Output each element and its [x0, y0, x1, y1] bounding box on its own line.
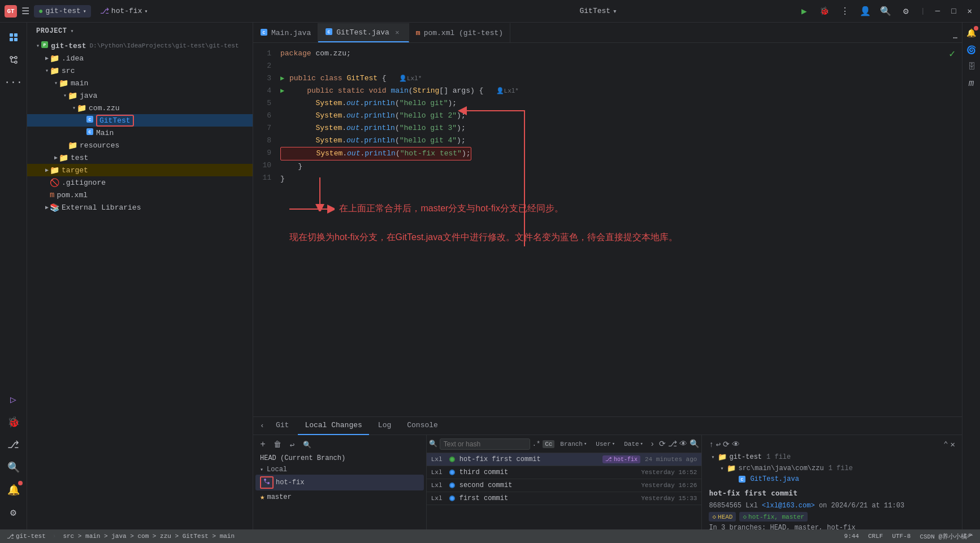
panel-revert-button[interactable]: ↩ [286, 438, 298, 451]
panel-delete-button[interactable]: 🗑 [271, 438, 284, 451]
activity-notifications-icon[interactable]: 🔔 [3, 480, 24, 500]
run-icon-4[interactable]: ▶ [280, 85, 287, 97]
panel-tab-console[interactable]: Console [400, 417, 445, 435]
annotation-text-2: 现在切换为hot-fix分支，在GitTest.java文件中进行修改。文件名变… [289, 232, 678, 242]
code-line-9: System.out.println("hot-fix test"); [280, 147, 471, 160]
detail-file-item[interactable]: C GitTest.java [709, 474, 955, 484]
run-icon-3[interactable]: ▶ [280, 72, 287, 85]
debug-button[interactable]: 🐞 [817, 3, 832, 19]
user-filter-btn[interactable]: User ▾ [592, 440, 618, 449]
tree-java[interactable]: ▾ 📁 java [27, 89, 253, 102]
detail-sub-item[interactable]: ▾ 📁 src\main\java\com\zzu 1 file [709, 463, 955, 474]
activity-settings-bottom-icon[interactable]: ⚙ [3, 502, 24, 523]
commit-item-4[interactable]: Lxl first commit Yesterday 15:33 [427, 492, 702, 505]
settings-icon[interactable]: ⚙ [898, 3, 914, 19]
close-button[interactable]: ✕ [964, 6, 975, 16]
commit-time-2: Yesterday 16:52 [641, 469, 697, 476]
activity-git-bottom-icon[interactable]: ⎇ [3, 435, 24, 455]
detail-undo-btn[interactable]: ↩ [716, 440, 721, 449]
tree-main[interactable]: ▾ 📁 main [27, 77, 253, 89]
detail-refresh-btn[interactable]: ⟳ [723, 440, 730, 449]
detail-root-item[interactable]: ▾ 📁 git-test 1 file [709, 451, 955, 463]
status-encoding[interactable]: CRLF [866, 533, 885, 540]
tree-git-test-root[interactable]: ▾ P git-test D:\Python\IdeaProjects\git-… [27, 40, 253, 52]
commit-item-1[interactable]: Lxl hot-fix first commit ⎇ hot-fix 24 mi… [427, 453, 702, 466]
tree-idea[interactable]: ▶ 📁 .idea [27, 52, 253, 64]
activity-bar: ··· ▷ 🐞 ⎇ 🔍 🔔 ⚙ [0, 23, 27, 529]
panel-add-button[interactable]: + [257, 438, 269, 451]
activity-git-icon[interactable] [3, 50, 24, 70]
refresh-btn[interactable]: ⟳ [659, 439, 666, 449]
tab-gittest-java[interactable]: C GitTest.java ✕ [318, 23, 409, 42]
code-editor[interactable]: ✓ 12345 678910 11 package com.zzu; ▶ pub… [253, 43, 962, 416]
panel-search-button[interactable]: 🔍 [301, 438, 313, 451]
branch-filter-btn[interactable]: Branch ▾ [557, 440, 590, 449]
tab-close-gittest[interactable]: ✕ [393, 28, 402, 37]
tree-pom-xml[interactable]: m pom.xml [27, 189, 253, 201]
branch-master[interactable]: ★ master [255, 490, 424, 503]
log-search-btn[interactable]: 🔍 [690, 439, 699, 449]
tag-branch: ◇ hot-fix, master [739, 512, 808, 522]
tab-more-button[interactable]: ⋯ [948, 33, 962, 42]
right-sidebar-db[interactable]: 🗄 [964, 59, 979, 75]
line-numbers: 12345 678910 11 [253, 43, 276, 416]
status-git-branch[interactable]: ⎇ git-test [5, 533, 48, 540]
activity-search-bottom-icon[interactable]: 🔍 [3, 457, 24, 477]
bottom-panel: ‹ Git Local Changes Log Console [253, 416, 962, 529]
tab-main-java[interactable]: C Main.java [253, 23, 318, 42]
account-icon[interactable]: 👤 [857, 3, 873, 19]
panel-tab-git[interactable]: Git [269, 417, 296, 435]
sidebar-header[interactable]: Project ▾ [27, 23, 253, 40]
more-filter-btn[interactable]: › [650, 440, 654, 449]
tree-external-libs[interactable]: ▶ 📚 External Libraries [27, 201, 253, 214]
tree-resources[interactable]: ▶ 📁 resources [27, 139, 253, 151]
tab-pom-xml[interactable]: m pom.xml (git-test) [409, 23, 510, 42]
branch-selector[interactable]: ⎇ hot-fix ▾ [96, 5, 153, 18]
minimize-button[interactable]: ─ [932, 7, 943, 16]
more-actions-button[interactable]: ⋮ [837, 3, 853, 19]
tag-head: ◇ HEAD [709, 512, 736, 522]
detail-up-btn[interactable]: ↑ [709, 440, 713, 449]
app-logo: GT [5, 5, 17, 18]
right-sidebar-spiral[interactable]: 🌀 [964, 42, 979, 58]
commit-item-3[interactable]: Lxl second commit Yesterday 16:26 [427, 479, 702, 492]
branch-view-btn[interactable]: ⎇ [668, 439, 677, 449]
panel-collapse-left[interactable]: ‹ [258, 422, 267, 430]
branch-hot-fix[interactable]: hot-fix [255, 475, 424, 490]
activity-project-icon[interactable] [3, 27, 24, 47]
tab-pom-label: pom.xml (git-test) [424, 29, 503, 37]
status-breadcrumb[interactable]: src > main > java > com > zzu > GitTest … [60, 533, 237, 540]
tree-main-class[interactable]: C Main [27, 127, 253, 139]
commit-item-2[interactable]: Lxl third commit Yesterday 16:52 [427, 466, 702, 479]
activity-run-icon[interactable]: ▷ [3, 389, 24, 410]
log-search-input[interactable] [440, 438, 530, 450]
maximize-button[interactable]: □ [948, 7, 959, 16]
panel-tab-log[interactable]: Log [371, 417, 398, 435]
git-log-panel: 🔍 .* Cc Branch ▾ User ▾ Dat [427, 435, 702, 529]
activity-debug-icon[interactable]: 🐞 [3, 412, 24, 432]
case-sensitive-btn[interactable]: Cc [543, 440, 554, 448]
commit-time-4: Yesterday 15:33 [641, 495, 697, 502]
search-icon[interactable]: 🔍 [878, 3, 894, 19]
git-detail-panel: ↑ ↩ ⟳ 👁 ⌃ ✕ ▾ 📁 git-test [701, 435, 962, 529]
date-filter-btn[interactable]: Date ▾ [621, 440, 647, 449]
status-charset[interactable]: UTF-8 [890, 533, 913, 540]
eye-btn[interactable]: 👁 [679, 440, 687, 449]
tree-gittest[interactable]: C GitTest [27, 114, 253, 127]
hamburger-menu[interactable]: ☰ [21, 6, 29, 17]
project-selector[interactable]: ● git-test ▾ [34, 5, 91, 18]
detail-collapse-btn[interactable]: ⌃ [943, 440, 948, 449]
tree-com-zzu[interactable]: ▾ 📁 com.zzu [27, 102, 253, 114]
panel-tab-local-changes[interactable]: Local Changes [298, 417, 368, 435]
tree-target[interactable]: ▶ 📁 target [27, 164, 253, 176]
right-sidebar-notifications[interactable]: 🔔 [964, 25, 979, 41]
run-button[interactable]: ▶ [796, 3, 812, 19]
activity-more-icon[interactable]: ··· [3, 72, 24, 93]
code-line-1: package com.zzu; [280, 47, 962, 60]
detail-close-btn[interactable]: ✕ [951, 440, 955, 449]
tree-gitignore[interactable]: 🚫 .gitignore [27, 176, 253, 189]
tree-src[interactable]: ▾ 📁 src [27, 64, 253, 77]
detail-eye-btn[interactable]: 👁 [732, 440, 740, 449]
commit-detail-branches: In 3 branches: HEAD, master, hot-fix [709, 524, 955, 529]
tree-test[interactable]: ▶ 📁 test [27, 151, 253, 164]
